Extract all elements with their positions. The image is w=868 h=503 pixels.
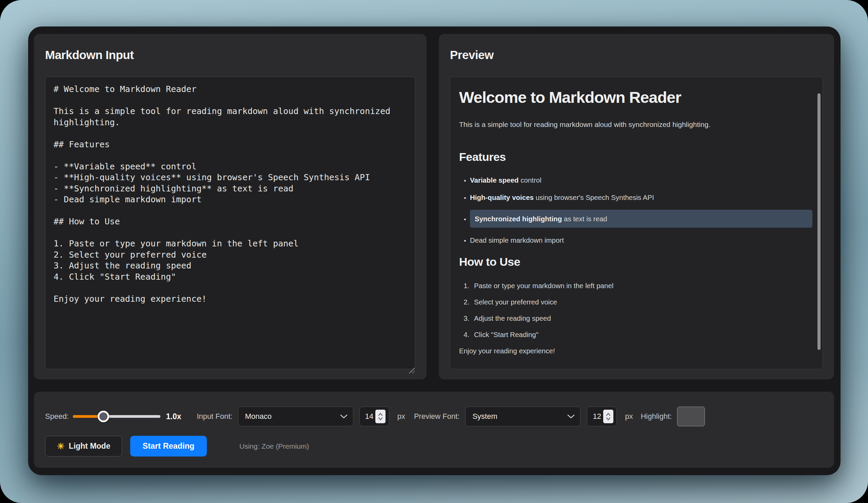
preview-content: Welcome to Markdown Reader This is a sim… xyxy=(450,77,823,356)
speed-label: Speed: xyxy=(45,412,69,421)
features-heading: Features xyxy=(459,150,813,164)
input-panel-title: Markdown Input xyxy=(45,48,415,62)
step-item: Select your preferred voice xyxy=(471,297,813,307)
highlight-label: Highlight: xyxy=(641,412,672,421)
preview-panel-title: Preview xyxy=(450,48,823,62)
feature-text: using browser's Speech Synthesis API xyxy=(534,193,654,201)
preview-box: Welcome to Markdown Reader This is a sim… xyxy=(450,77,823,369)
step-item: Paste or type your markdown in the left … xyxy=(471,281,813,291)
stepper[interactable] xyxy=(603,410,613,423)
speed-value: 1.0x xyxy=(166,412,182,421)
input-font-label: Input Font: xyxy=(197,412,232,421)
stepper-up-icon xyxy=(378,413,383,416)
app-window: Markdown Input # Welcome to Markdown Rea… xyxy=(28,27,840,475)
toolbar: Speed: 1.0x Input Font: Monaco 14 px Pre… xyxy=(34,392,834,468)
markdown-textarea[interactable]: # Welcome to Markdown Reader This is a s… xyxy=(45,77,415,369)
stepper-down-icon xyxy=(378,417,383,421)
feature-bold: High-quality voices xyxy=(470,193,534,201)
input-font-value: Monaco xyxy=(245,412,271,421)
start-reading-button[interactable]: Start Reading xyxy=(130,436,207,456)
toolbar-buttons-row: ☀ Light Mode Start Reading Using: Zoe (P… xyxy=(45,436,834,456)
preview-panel: Preview Welcome to Markdown Reader This … xyxy=(439,34,834,380)
feature-text: control xyxy=(519,176,541,184)
feature-item-highlighted: Synchronized highlighting as text is rea… xyxy=(470,210,813,228)
px-label-input: px xyxy=(397,412,405,421)
preview-font-size-spinner[interactable]: 12 xyxy=(587,406,617,426)
chevron-down-icon xyxy=(340,412,348,421)
preview-heading: Welcome to Markdown Reader xyxy=(459,89,813,106)
feature-bold: Variable speed xyxy=(470,176,519,184)
input-font-size-spinner[interactable]: 14 xyxy=(359,406,389,426)
preview-font-value: System xyxy=(472,412,497,421)
feature-text: as text is read xyxy=(562,215,607,223)
preview-font-size-value: 12 xyxy=(593,412,601,421)
stepper[interactable] xyxy=(375,410,385,423)
voice-status: Using: Zoe (Premium) xyxy=(239,442,309,450)
input-font-select[interactable]: Monaco xyxy=(238,406,353,426)
preview-font-select[interactable]: System xyxy=(465,406,580,426)
speed-slider[interactable] xyxy=(73,411,161,422)
toolbar-controls-row: Speed: 1.0x Input Font: Monaco 14 px Pre… xyxy=(45,406,834,426)
preview-scrollbar-thumb[interactable] xyxy=(817,93,820,350)
preview-font-label: Preview Font: xyxy=(414,412,460,421)
preview-lead: This is a simple tool for reading markdo… xyxy=(459,120,813,129)
stepper-up-icon xyxy=(606,413,611,416)
feature-item: Variable speed control xyxy=(470,175,813,185)
steps-list: Paste or type your markdown in the left … xyxy=(459,281,813,339)
light-mode-label: Light Mode xyxy=(69,442,111,451)
step-item: Click "Start Reading" xyxy=(471,330,813,339)
slider-thumb[interactable] xyxy=(98,411,109,422)
feature-text: Dead simple markdown import xyxy=(470,236,564,244)
feature-item: High-quality voices using browser's Spee… xyxy=(470,192,813,202)
highlight-color-swatch[interactable] xyxy=(677,406,705,426)
feature-item: Dead simple markdown import xyxy=(470,235,813,245)
sun-icon: ☀ xyxy=(57,442,65,451)
features-list: Variable speed control High-quality voic… xyxy=(459,175,813,245)
markdown-input-panel: Markdown Input # Welcome to Markdown Rea… xyxy=(34,34,426,380)
closing-text: Enjoy your reading experience! xyxy=(459,346,813,356)
input-font-size-value: 14 xyxy=(365,412,373,421)
howto-heading: How to Use xyxy=(459,255,813,269)
feature-bold: Synchronized highlighting xyxy=(475,215,562,223)
step-item: Adjust the reading speed xyxy=(471,313,813,323)
chevron-down-icon xyxy=(567,412,575,421)
stepper-down-icon xyxy=(606,417,611,421)
px-label-preview: px xyxy=(625,412,633,421)
light-mode-button[interactable]: ☀ Light Mode xyxy=(45,436,122,456)
